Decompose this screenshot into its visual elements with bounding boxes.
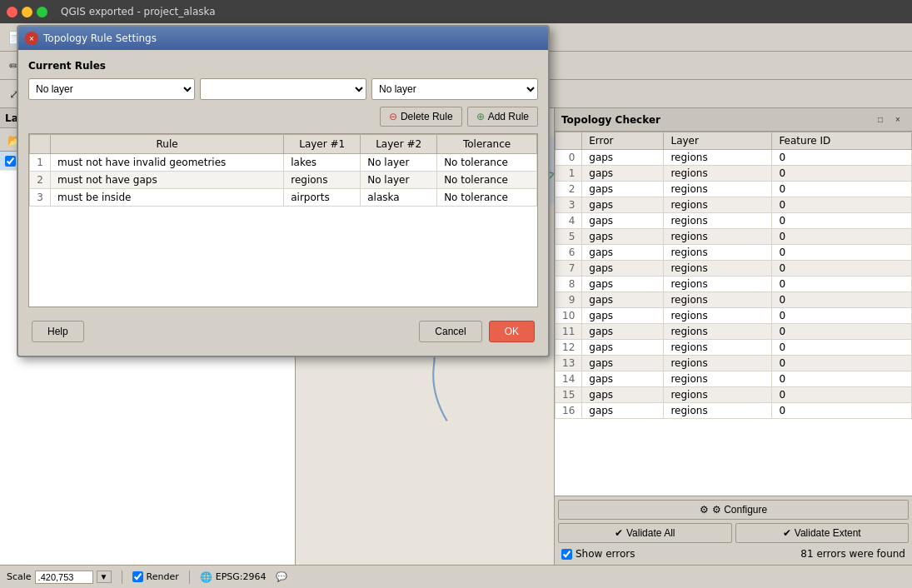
rules-table-container: Rule Layer #1 Layer #2 Tolerance 1 must … bbox=[28, 133, 538, 307]
rule-tolerance: No tolerance bbox=[437, 189, 537, 207]
delete-icon: ⊖ bbox=[389, 111, 397, 122]
rule-name: must be inside bbox=[51, 189, 284, 207]
rule-layer1: lakes bbox=[284, 154, 361, 172]
rule-layer2: alaska bbox=[361, 189, 437, 207]
rule-layer1: airports bbox=[284, 189, 361, 207]
rule-tolerance: No tolerance bbox=[437, 172, 537, 189]
dialog-overlay: × Topology Rule Settings Current Rules N… bbox=[0, 0, 912, 588]
help-button[interactable]: Help bbox=[32, 321, 84, 342]
cancel-button[interactable]: Cancel bbox=[419, 321, 481, 342]
rule-selectors: No layer No layer bbox=[28, 78, 538, 100]
ok-button[interactable]: OK bbox=[489, 321, 535, 342]
dialog-close-button[interactable]: × bbox=[25, 32, 38, 45]
rule-num: 1 bbox=[30, 154, 51, 172]
rule-type-select[interactable] bbox=[200, 78, 366, 100]
add-icon: ⊕ bbox=[476, 111, 485, 122]
add-rule-button[interactable]: ⊕ Add Rule bbox=[467, 107, 538, 127]
rule-col-tolerance: Tolerance bbox=[437, 135, 537, 154]
rule-num: 3 bbox=[30, 189, 51, 207]
rule-layer2: No layer bbox=[361, 172, 437, 189]
layer2-select[interactable]: No layer bbox=[371, 78, 538, 100]
rule-name: must not have gaps bbox=[51, 172, 284, 189]
add-rule-label: Add Rule bbox=[488, 111, 529, 122]
layer1-select[interactable]: No layer bbox=[28, 78, 195, 100]
dialog-buttons: Help Cancel OK bbox=[28, 314, 538, 346]
dialog-titlebar: × Topology Rule Settings bbox=[18, 27, 548, 50]
rule-layer2: No layer bbox=[361, 154, 437, 172]
delete-rule-label: Delete Rule bbox=[401, 111, 453, 122]
rule-table-row[interactable]: 3 must be inside airports alaska No tole… bbox=[30, 189, 537, 207]
rule-name: must not have invalid geometries bbox=[51, 154, 284, 172]
rule-table-row[interactable]: 1 must not have invalid geometries lakes… bbox=[30, 154, 537, 172]
rule-col-num bbox=[30, 135, 51, 154]
rule-col-rule: Rule bbox=[51, 135, 284, 154]
rule-num: 2 bbox=[30, 172, 51, 189]
rule-col-layer2: Layer #2 bbox=[361, 135, 437, 154]
delete-rule-button[interactable]: ⊖ Delete Rule bbox=[380, 107, 462, 127]
rule-table-row[interactable]: 2 must not have gaps regions No layer No… bbox=[30, 172, 537, 189]
topology-rule-settings-dialog: × Topology Rule Settings Current Rules N… bbox=[17, 25, 550, 357]
rule-tolerance: No tolerance bbox=[437, 154, 537, 172]
rule-actions: ⊖ Delete Rule ⊕ Add Rule bbox=[28, 107, 538, 127]
rule-layer1: regions bbox=[284, 172, 361, 189]
rules-table: Rule Layer #1 Layer #2 Tolerance 1 must … bbox=[29, 134, 537, 207]
current-rules-label: Current Rules bbox=[28, 60, 538, 72]
rule-col-layer1: Layer #1 bbox=[284, 135, 361, 154]
empty-rules-area bbox=[29, 207, 537, 306]
dialog-title: Topology Rule Settings bbox=[43, 32, 157, 44]
dialog-content: Current Rules No layer No layer ⊖ Delete… bbox=[18, 50, 548, 356]
